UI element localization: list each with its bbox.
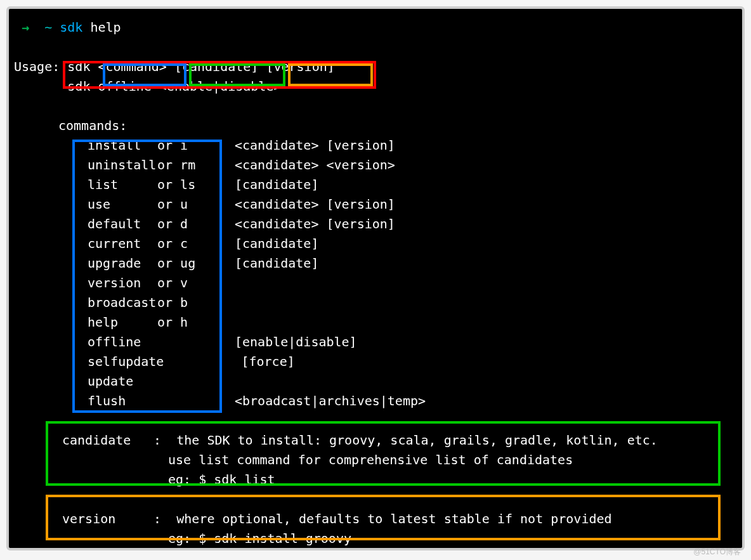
command-name: flush [88,391,157,411]
usage-enable-disable: <enable|disable> [159,79,282,94]
command-alias: or u [157,195,203,214]
watermark: @51CTO博客 [693,547,741,557]
command-args: <candidate> <version> [203,155,395,175]
command-args: [enable|disable] [203,332,357,352]
command-row: versionor v [14,273,737,293]
blank-line [14,490,737,509]
usage-line-1: Usage: sdk <command> [candidate] [versio… [14,57,737,77]
usage-prog: sdk [67,59,90,74]
command-alias: or b [157,293,203,313]
command-name: update [88,372,157,391]
command-row: upgradeor ug[candidate] [14,254,737,273]
command-name: use [88,195,157,214]
terminal-window[interactable]: → ~ sdk help Usage: sdk <command> [candi… [6,6,745,550]
blank-line [14,96,737,116]
candidate-line-2: use list command for comprehensive list … [14,450,737,470]
command-alias: or ug [157,254,203,273]
command-alias: or i [157,136,203,155]
command-name: broadcast [88,293,157,313]
version-desc-1: where optional, defaults to latest stabl… [176,509,611,529]
command-args: [candidate] [203,175,318,195]
version-line-2: eg: $ sdk install groovy [14,529,737,549]
command-row: useor u<candidate> [version] [14,195,737,214]
candidate-line-1: candidate : the SDK to install: groovy, … [14,431,737,450]
command-row: installor i<candidate> [version] [14,136,737,155]
command-alias: or v [157,273,203,293]
command-args: <candidate> [version] [203,136,395,155]
command-name: version [88,273,157,293]
command-row: selfupdate[force] [14,352,737,372]
command-alias: or rm [157,155,203,175]
command-alias: or h [157,313,203,332]
prompt-command: sdk [60,20,82,35]
command-name: offline [88,332,157,352]
blank-line [14,37,737,57]
commands-list: installor i<candidate> [version]uninstal… [14,136,737,411]
command-row: uninstallor rm<candidate> <version> [14,155,737,175]
prompt-arrow-icon: → [22,20,29,35]
command-args: [candidate] [203,234,318,254]
command-args: [force] [209,352,294,372]
command-args: <candidate> [version] [203,195,395,214]
command-name: list [88,175,157,195]
command-row: broadcastor b [14,293,737,313]
command-args: <broadcast|archives|temp> [203,391,426,411]
command-args: [candidate] [203,254,318,273]
candidate-label: candidate [62,431,138,450]
candidate-desc-3: eg: $ sdk list [168,470,275,490]
blank-line [14,411,737,431]
version-line-1: version : where optional, defaults to la… [14,509,737,529]
usage-version: [version] [266,59,334,74]
command-row: helpor h [14,313,737,332]
usage-line-2: sdk offline <enable|disable> [14,77,737,96]
command-name: uninstall [88,155,157,175]
command-row: flush<broadcast|archives|temp> [14,391,737,411]
command-alias: or d [157,214,203,234]
command-name: current [88,234,157,254]
usage-offline: offline [98,79,151,94]
usage-prog2: sdk [67,79,90,94]
version-desc-2: eg: $ sdk install groovy [168,529,351,549]
version-label: version [62,509,138,529]
prompt-arg: help [90,20,121,35]
candidate-desc-2: use list command for comprehensive list … [168,450,573,470]
command-args: <candidate> [version] [203,214,395,234]
usage-candidate: [candidate] [174,59,258,74]
command-row: currentor c[candidate] [14,234,737,254]
command-name: upgrade [88,254,157,273]
usage-label: Usage: [14,59,60,74]
command-name: help [88,313,157,332]
prompt-tilde: ~ [44,20,52,35]
command-name: default [88,214,157,234]
sep: : [138,431,176,450]
candidate-line-3: eg: $ sdk list [14,470,737,490]
command-alias: or ls [157,175,203,195]
command-name: install [88,136,157,155]
command-row: defaultor d<candidate> [version] [14,214,737,234]
commands-header: commands: [14,116,737,136]
command-row: listor ls[candidate] [14,175,737,195]
command-row: update [14,372,737,391]
usage-command: <command> [98,59,166,74]
sep: : [138,509,176,529]
candidate-desc-1: the SDK to install: groovy, scala, grail… [176,431,658,450]
command-alias: or c [157,234,203,254]
command-row: offline[enable|disable] [14,332,737,352]
command-name: selfupdate [88,352,164,372]
prompt-line: → ~ sdk help [14,18,737,37]
